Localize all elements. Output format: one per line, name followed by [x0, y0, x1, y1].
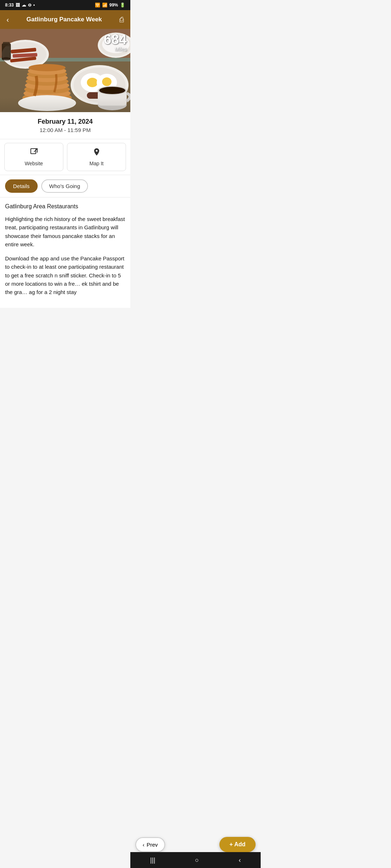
battery-text: 99% — [109, 3, 118, 8]
website-button[interactable]: Website — [4, 143, 63, 171]
distance-unit: Miles — [104, 46, 127, 52]
tab-details[interactable]: Details — [5, 179, 38, 193]
share-icon: ⎙ — [119, 16, 124, 24]
status-bar: 8:33 🖼 ☁ ⊖ • 🛜 📶 99% 🔋 — [0, 0, 130, 10]
svg-point-34 — [99, 87, 125, 94]
circle-icon: ⊖ — [28, 3, 31, 8]
svg-point-25 — [87, 78, 98, 87]
tab-whos-going[interactable]: Who's Going — [41, 179, 88, 193]
event-date: February 11, 2024 — [6, 118, 125, 125]
status-left: 8:33 🖼 ☁ ⊖ • — [5, 3, 35, 8]
share-button[interactable]: ⎙ — [118, 14, 125, 25]
svg-rect-9 — [3, 42, 10, 46]
action-buttons-row: Website Map It — [0, 139, 130, 175]
event-time: 12:00 AM - 11:59 PM — [6, 127, 125, 133]
back-icon: ‹ — [7, 16, 9, 24]
svg-point-10 — [2, 57, 10, 61]
description-1: Highlighting the rich history of the swe… — [5, 215, 125, 248]
map-pin-icon — [92, 148, 101, 158]
tab-bar: Details Who's Going — [0, 175, 130, 197]
distance-number: 684 — [104, 33, 127, 46]
toolbar: ‹ Gatlinburg Pancake Week ⎙ — [0, 10, 130, 29]
hero-image: 684 Miles — [0, 29, 130, 112]
event-info: February 11, 2024 12:00 AM - 11:59 PM — [0, 112, 130, 139]
signal-icon: 📶 — [102, 3, 108, 8]
camera-icon: 🖼 — [16, 3, 20, 8]
mapit-button[interactable]: Map It — [67, 143, 126, 171]
mapit-label: Map It — [89, 161, 104, 166]
website-label: Website — [25, 161, 43, 166]
battery-icon: 🔋 — [120, 3, 125, 8]
cloud-icon: ☁ — [22, 3, 26, 8]
content-area: Gatlinburg Area Restaurants Highlighting… — [0, 197, 130, 308]
distance-badge: 684 Miles — [104, 33, 127, 52]
page-title: Gatlinburg Pancake Week — [26, 16, 102, 23]
status-right: 🛜 📶 99% 🔋 — [95, 3, 125, 8]
back-button[interactable]: ‹ — [5, 14, 10, 25]
hero-overlay — [0, 98, 130, 112]
description-2: Download the app and use the Pancake Pas… — [5, 254, 125, 296]
wifi-icon: 🛜 — [95, 3, 100, 8]
svg-point-27 — [102, 77, 112, 86]
dot-icon: • — [33, 3, 35, 8]
external-link-icon — [30, 148, 38, 158]
svg-point-20 — [29, 64, 66, 71]
status-time: 8:33 — [5, 3, 14, 8]
venue-name: Gatlinburg Area Restaurants — [5, 203, 125, 210]
